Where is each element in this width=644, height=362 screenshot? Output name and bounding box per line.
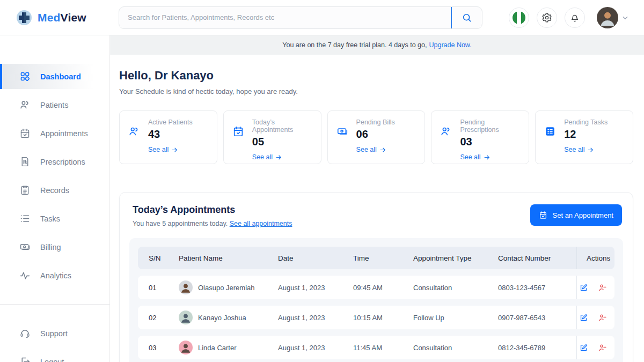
table-row: 02 Kanayo Joshua August 1, 2023 10:15 AM…: [138, 306, 614, 329]
sidebar-item-analytics[interactable]: Analytics: [0, 263, 109, 288]
remove-patient-icon[interactable]: [598, 343, 607, 352]
remove-patient-icon[interactable]: [598, 283, 607, 292]
todays-appointments-section: Today’s Appointments You have 5 appointm…: [119, 192, 633, 362]
patient-avatar: [179, 341, 193, 354]
greeting-subtitle: Your Schedule is kind of hectic today, h…: [119, 87, 633, 95]
user-avatar: [597, 7, 618, 28]
language-flag-button[interactable]: [509, 8, 529, 28]
patient-name: Kanayo Joshua: [198, 314, 246, 322]
nigeria-flag-icon: [513, 11, 525, 24]
col-date: Date: [276, 254, 351, 262]
remove-patient-icon[interactable]: [598, 313, 607, 322]
sidebar-item-dashboard[interactable]: Dashboard: [0, 64, 109, 89]
stat-value: 03: [460, 136, 520, 148]
stat-label: Pending Prescriptions: [460, 119, 520, 134]
row-time: 10:15 AM: [351, 314, 411, 322]
table-row: 01 Olasupo Jeremiah August 1, 2023 09:45…: [138, 276, 614, 299]
col-time: Time: [351, 254, 411, 262]
sidebar-item-label: Prescriptions: [40, 158, 85, 166]
sidebar-item-label: Analytics: [40, 271, 71, 280]
section-subtitle: You have 5 appointments today. See all a…: [133, 220, 292, 227]
stat-card-todays-appointments: Today’s Appointments 05 See all: [223, 110, 321, 164]
row-date: August 1, 2023: [276, 284, 351, 292]
stat-card-pending-prescriptions: Pending Prescriptions 03 See all: [431, 110, 529, 164]
profile-menu[interactable]: [597, 7, 629, 28]
sidebar-item-billing[interactable]: Billing: [0, 234, 109, 260]
edit-appointment-icon[interactable]: [579, 313, 588, 322]
sidebar-item-label: Patients: [40, 101, 68, 109]
see-all-link[interactable]: See all: [564, 146, 608, 153]
row-type: Follow Up: [411, 314, 496, 322]
medical-cross-icon: [16, 10, 32, 26]
stat-value: 06: [356, 128, 395, 141]
patient-name: Olasupo Jeremiah: [198, 284, 255, 292]
analytics-pulse-icon: [19, 270, 31, 281]
logout-icon: [19, 356, 31, 362]
row-type: Consultation: [411, 284, 496, 292]
notifications-button[interactable]: [565, 8, 585, 28]
see-all-appointments-link[interactable]: See all appointments: [230, 220, 292, 227]
see-all-link[interactable]: See all: [252, 153, 312, 161]
stat-value: 12: [564, 128, 608, 141]
patients-icon: [19, 99, 31, 110]
sidebar-item-label: Dashboard: [40, 72, 81, 81]
see-all-link[interactable]: See all: [460, 153, 520, 161]
sidebar-item-logout[interactable]: Logout: [0, 349, 109, 362]
stat-label: Pending Tasks: [564, 119, 608, 126]
stat-label: Today’s Appointments: [252, 119, 312, 134]
section-title: Today’s Appointments: [133, 204, 292, 216]
tasks-list-icon: [19, 213, 31, 224]
row-sn: 01: [138, 284, 177, 292]
row-time: 11:45 AM: [351, 344, 411, 352]
search-input[interactable]: [119, 7, 451, 28]
prescription-rx-icon: [19, 156, 31, 167]
stat-label: Pending Bills: [356, 119, 395, 126]
patients-icon: [440, 125, 452, 137]
table-row: 03 Linda Carter August 1, 2023 11:45 AM …: [138, 336, 614, 359]
search-icon: [462, 12, 472, 23]
row-type: Consultation: [411, 344, 496, 352]
sidebar-item-label: Support: [40, 329, 68, 338]
trial-banner: You are on the 7 day free trial plan. 4 …: [110, 35, 644, 55]
upgrade-now-link[interactable]: Upgrade Now.: [429, 41, 471, 49]
set-appointment-button[interactable]: Set an Appointment: [530, 204, 622, 226]
edit-appointment-icon[interactable]: [579, 343, 588, 352]
sidebar-item-label: Billing: [40, 243, 61, 252]
arrow-right-icon: [171, 146, 178, 153]
stats-row: Active Patients 43 See all Today’s Appoi…: [119, 110, 633, 164]
row-contact: 0907-987-6543: [496, 314, 576, 322]
edit-appointment-icon[interactable]: [579, 283, 588, 292]
bell-icon: [569, 12, 580, 23]
row-sn: 02: [138, 314, 177, 322]
calendar-check-icon: [232, 125, 244, 137]
dashboard-grid-icon: [19, 71, 31, 82]
sidebar-item-support[interactable]: Support: [0, 321, 109, 346]
col-appointment-type: Appointment Type: [411, 254, 496, 262]
trial-banner-text: You are on the 7 day free trial plan. 4 …: [282, 41, 427, 49]
col-actions: Actions: [576, 247, 614, 269]
brand-logo: MedView: [0, 10, 110, 26]
sidebar-item-appointments[interactable]: Appointments: [0, 121, 109, 146]
stat-label: Active Patients: [148, 119, 193, 126]
sidebar-item-label: Logout: [40, 358, 64, 362]
gear-icon: [541, 12, 552, 23]
patients-icon: [128, 125, 140, 137]
see-all-link[interactable]: See all: [148, 146, 193, 153]
see-all-link[interactable]: See all: [356, 146, 395, 153]
sidebar-item-records[interactable]: Records: [0, 178, 109, 203]
col-sn: S/N: [138, 254, 177, 262]
sidebar-item-prescriptions[interactable]: Prescriptions: [0, 149, 109, 174]
sidebar-divider: [0, 304, 109, 305]
sidebar-item-patients[interactable]: Patients: [0, 92, 109, 117]
sidebar-item-tasks[interactable]: Tasks: [0, 206, 109, 231]
row-sn: 03: [138, 344, 177, 352]
row-contact: 0812-345-6789: [496, 344, 576, 352]
support-headset-icon: [19, 328, 31, 339]
arrow-right-icon: [379, 146, 386, 153]
search-button[interactable]: [451, 7, 482, 28]
settings-button[interactable]: [537, 8, 557, 28]
calendar-check-icon: [19, 128, 31, 139]
arrow-right-icon: [275, 154, 282, 161]
main-content: Hello, Dr Kanayo Your Schedule is kind o…: [110, 55, 644, 362]
header-actions: [509, 7, 629, 28]
